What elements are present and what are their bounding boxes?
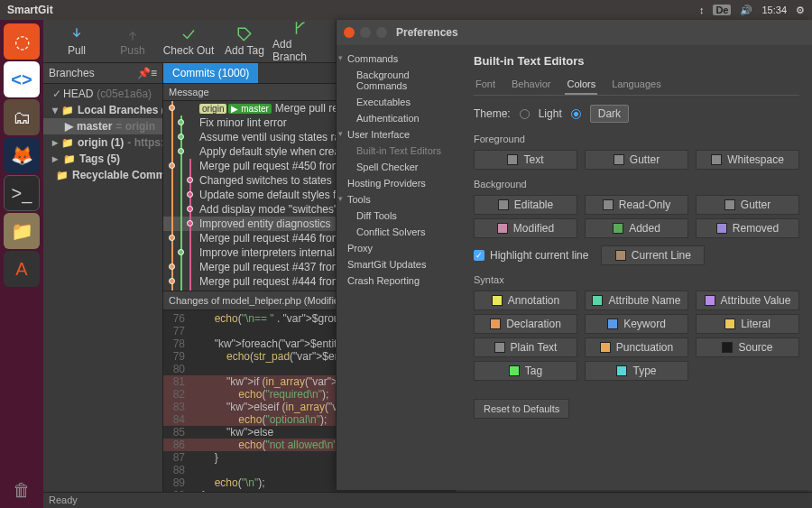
color-tag[interactable]: Tag — [474, 361, 577, 381]
pull-button[interactable]: Pull — [49, 26, 105, 57]
smartgit-icon[interactable]: <> — [4, 61, 40, 97]
preferences-dialog: Preferences Commands Background Commands… — [336, 20, 812, 490]
nav-bg-commands[interactable]: Background Commands — [337, 67, 461, 94]
minimize-icon[interactable] — [360, 27, 371, 38]
color-gutter-fg[interactable]: Gutter — [585, 150, 688, 170]
theme-dark-button[interactable]: Dark — [590, 105, 629, 123]
color-text[interactable]: Text — [474, 150, 577, 170]
color-attrval[interactable]: Attribute Value — [696, 291, 799, 310]
folder-icon[interactable]: 📁 — [4, 213, 40, 249]
color-editable[interactable]: Editable — [474, 195, 577, 215]
preferences-content: Built-in Text Editors Font Behavior Colo… — [461, 45, 812, 490]
color-removed[interactable]: Removed — [696, 218, 799, 238]
network-icon[interactable]: ↕ — [699, 5, 705, 15]
nav-ui[interactable]: User Interface — [337, 126, 461, 143]
branches-panel: Branches 📌 ≡ ✓HEAD (c05e1a6a) ▾📁 Local B… — [43, 63, 163, 508]
color-gutter-bg[interactable]: Gutter — [696, 195, 799, 215]
highlight-checkbox[interactable]: ✓ — [474, 250, 484, 261]
commits-tab[interactable]: Commits (1000) — [163, 63, 258, 83]
tab-languages[interactable]: Languages — [610, 75, 662, 95]
status-bar: Ready — [43, 492, 812, 508]
foreground-label: Foreground — [474, 134, 799, 144]
tags-row[interactable]: ▸📁 Tags (5) — [43, 151, 162, 167]
color-whitespace[interactable]: Whitespace — [696, 150, 799, 170]
nav-crash[interactable]: Crash Reporting — [337, 272, 461, 289]
color-source[interactable]: Source — [696, 337, 799, 357]
recyclable-row[interactable]: 📁 Recyclable Commits — [43, 167, 162, 183]
nav-authentication[interactable]: Authentication — [337, 110, 461, 126]
theme-light-radio[interactable] — [520, 109, 530, 119]
pin-icon[interactable]: 📌 — [137, 67, 151, 79]
firefox-icon[interactable]: 🦊 — [4, 137, 40, 173]
color-current-line[interactable]: Current Line — [601, 245, 705, 265]
checkout-button[interactable]: Check Out — [161, 26, 217, 57]
keyboard-indicator[interactable]: De — [713, 5, 731, 15]
theme-label: Theme: — [474, 107, 511, 120]
system-indicators: ↕ De 🔊 15:34 ⚙ — [699, 5, 805, 16]
color-punct[interactable]: Punctuation — [585, 337, 688, 357]
nav-conflict[interactable]: Conflict Solvers — [337, 224, 461, 240]
color-type[interactable]: Type — [585, 361, 688, 381]
add-branch-button[interactable]: Add Branch — [272, 20, 328, 63]
system-menubar: SmartGit ↕ De 🔊 15:34 ⚙ — [0, 0, 812, 20]
syntax-label: Syntax — [474, 274, 799, 285]
unity-launcher: ◌ <> 🗂 🦊 >_ 📁 A 🗑 — [0, 20, 43, 508]
preferences-nav: Commands Background Commands Executables… — [337, 45, 461, 490]
color-added[interactable]: Added — [585, 218, 688, 238]
nav-proxy[interactable]: Proxy — [337, 240, 461, 256]
window-title: SmartGit — [7, 4, 699, 16]
local-branches-row[interactable]: ▾📁 Local Branches (1) — [43, 102, 162, 118]
dash-icon[interactable]: ◌ — [4, 23, 40, 60]
color-declaration[interactable]: Declaration — [474, 314, 577, 334]
terminal-icon[interactable]: >_ — [4, 175, 40, 211]
nav-editors[interactable]: Built-in Text Editors — [337, 143, 461, 159]
reset-button[interactable]: Reset to Defaults — [474, 399, 569, 419]
volume-icon[interactable]: 🔊 — [740, 5, 752, 16]
prefs-heading: Built-in Text Editors — [474, 54, 799, 68]
trash-icon[interactable]: 🗑 — [4, 472, 40, 508]
files-icon[interactable]: 🗂 — [4, 99, 40, 135]
tab-font[interactable]: Font — [474, 75, 497, 95]
head-row[interactable]: ✓HEAD (c05e1a6a) — [43, 86, 162, 102]
close-icon[interactable] — [344, 27, 355, 38]
gear-icon[interactable]: ⚙ — [796, 5, 805, 16]
tab-colors[interactable]: Colors — [565, 75, 597, 95]
nav-updates[interactable]: SmartGit Updates — [337, 256, 461, 272]
nav-tools[interactable]: Tools — [337, 191, 461, 208]
updater-icon[interactable]: A — [4, 251, 40, 287]
maximize-icon[interactable] — [376, 27, 387, 38]
color-literal[interactable]: Literal — [696, 314, 799, 334]
push-button[interactable]: Push — [105, 26, 161, 57]
master-branch-row[interactable]: ▶ master = origin — [43, 118, 162, 134]
theme-dark-radio[interactable] — [571, 109, 581, 119]
preferences-titlebar: Preferences — [337, 20, 812, 45]
color-attrname[interactable]: Attribute Name — [585, 291, 688, 310]
color-annotation[interactable]: Annotation — [474, 291, 577, 310]
nav-spell[interactable]: Spell Checker — [337, 159, 461, 175]
color-readonly[interactable]: Read-Only — [585, 195, 688, 215]
background-label: Background — [474, 179, 799, 189]
tab-behavior[interactable]: Behavior — [510, 75, 552, 95]
clock[interactable]: 15:34 — [761, 5, 787, 15]
origin-row[interactable]: ▸📁 origin (1) - https://githu — [43, 134, 162, 151]
nav-executables[interactable]: Executables — [337, 94, 461, 110]
preferences-title: Preferences — [396, 26, 458, 39]
nav-diff[interactable]: Diff Tools — [337, 208, 461, 224]
menu-icon[interactable]: ≡ — [151, 67, 157, 79]
color-keyword[interactable]: Keyword — [585, 314, 688, 334]
nav-hosting[interactable]: Hosting Providers — [337, 175, 461, 191]
color-modified[interactable]: Modified — [474, 218, 577, 238]
nav-commands[interactable]: Commands — [337, 51, 461, 67]
color-plain[interactable]: Plain Text — [474, 337, 577, 357]
branches-header: Branches 📌 ≡ — [43, 63, 162, 84]
add-tag-button[interactable]: Add Tag — [217, 26, 272, 57]
